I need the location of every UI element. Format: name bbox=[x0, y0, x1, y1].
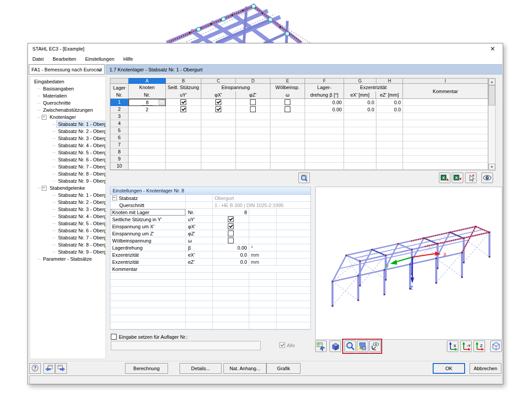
view--y-button[interactable]: -Y bbox=[460, 340, 472, 352]
cell-uy-check[interactable] bbox=[166, 99, 201, 106]
checkbox[interactable] bbox=[228, 231, 234, 236]
cell-ex[interactable] bbox=[344, 141, 376, 149]
scroll-down-icon[interactable]: ▼ bbox=[489, 164, 495, 170]
row-header[interactable]: 1 bbox=[110, 99, 129, 106]
cell-phix-check[interactable] bbox=[201, 127, 236, 134]
checkbox[interactable] bbox=[250, 99, 256, 105]
cell-kommentar[interactable] bbox=[403, 99, 488, 106]
cell-uy-check[interactable] bbox=[166, 113, 201, 120]
cell-omega-check[interactable] bbox=[270, 134, 305, 141]
setting-value[interactable]: 0.0 bbox=[213, 258, 249, 266]
cell-knoten[interactable] bbox=[129, 113, 166, 120]
tree-item[interactable]: Zwischenabstützungen bbox=[30, 106, 106, 113]
checkbox[interactable] bbox=[250, 106, 256, 112]
cell-ex[interactable] bbox=[344, 163, 376, 170]
cell-uy-check[interactable] bbox=[166, 156, 201, 163]
setting-value[interactable] bbox=[213, 216, 249, 223]
cell-beta[interactable] bbox=[305, 134, 344, 141]
cell-ez[interactable]: 0.0 bbox=[376, 99, 403, 106]
setting-value[interactable]: 8 bbox=[213, 209, 249, 216]
tree-item[interactable]: Stabsatz Nr. 8 - Obergurt bbox=[30, 170, 106, 177]
cell-beta[interactable] bbox=[305, 113, 344, 120]
column-letter[interactable]: A bbox=[129, 78, 166, 84]
abbrechen-button[interactable]: Abbrechen bbox=[469, 363, 501, 374]
scrollbar-thumb[interactable] bbox=[489, 85, 495, 106]
view-x-button[interactable]: X bbox=[447, 340, 458, 352]
cell-kommentar[interactable] bbox=[403, 149, 488, 156]
tree-item[interactable]: Eingabedaten bbox=[30, 78, 106, 85]
tree-item[interactable]: Stabsatz Nr. 5 - Obergurt bbox=[30, 149, 106, 156]
cell-phiz-check[interactable] bbox=[236, 134, 270, 141]
help-button[interactable]: ? bbox=[29, 363, 41, 374]
design-case-select[interactable]: FA1 - Bemessung nach Eurocod bbox=[29, 64, 105, 74]
cell-ez[interactable] bbox=[376, 156, 403, 163]
table-scrollbar[interactable]: ▲ ▼ bbox=[488, 78, 496, 171]
checkbox[interactable] bbox=[180, 106, 186, 112]
cell-ez[interactable] bbox=[376, 134, 403, 141]
row-header[interactable]: 9 bbox=[110, 156, 129, 163]
cell-omega-check[interactable] bbox=[270, 99, 305, 106]
row-header[interactable]: 10 bbox=[110, 163, 129, 170]
ok-button[interactable]: OK bbox=[433, 363, 465, 374]
cell-phiz-check[interactable] bbox=[236, 106, 270, 113]
checkbox[interactable] bbox=[228, 238, 234, 243]
solid-view-button[interactable] bbox=[329, 340, 341, 352]
cell-kommentar[interactable] bbox=[403, 141, 488, 149]
cell-kommentar[interactable] bbox=[403, 106, 488, 113]
tree-item[interactable]: Stabsatz Nr. 3 - Obergurt bbox=[30, 206, 106, 213]
cell-phix-check[interactable] bbox=[201, 156, 236, 163]
rotate-view-button[interactable] bbox=[369, 340, 381, 352]
cell-ez[interactable] bbox=[376, 149, 403, 156]
cell-ex[interactable] bbox=[344, 149, 376, 156]
cell-ex[interactable] bbox=[344, 127, 376, 134]
table-search-button[interactable] bbox=[298, 172, 310, 183]
cell-omega-check[interactable] bbox=[270, 127, 305, 134]
cell-phiz-check[interactable] bbox=[236, 156, 270, 163]
cell-ez[interactable]: 0.0 bbox=[376, 106, 403, 113]
cell-kommentar[interactable] bbox=[403, 127, 488, 134]
menu-item[interactable]: Bearbeiten bbox=[48, 55, 81, 63]
cell-kommentar[interactable] bbox=[403, 163, 488, 170]
setting-value[interactable] bbox=[213, 266, 310, 273]
checkbox[interactable] bbox=[285, 99, 290, 105]
previous-module-button[interactable] bbox=[43, 363, 55, 374]
row-header[interactable]: 4 bbox=[110, 120, 129, 127]
alle-checkbox[interactable] bbox=[279, 342, 285, 348]
setting-value[interactable] bbox=[213, 223, 249, 230]
cell-uy-check[interactable] bbox=[166, 141, 201, 149]
row-header[interactable]: 5 bbox=[110, 127, 129, 134]
cell-beta[interactable] bbox=[305, 141, 344, 149]
scroll-up-icon[interactable]: ▲ bbox=[489, 78, 495, 85]
cell-beta[interactable] bbox=[305, 127, 344, 134]
details-button[interactable]: Details... bbox=[180, 363, 222, 374]
checkbox[interactable] bbox=[180, 99, 186, 105]
browse-nodes-button[interactable]: ... bbox=[159, 100, 165, 105]
cell-beta[interactable] bbox=[305, 149, 344, 156]
cell-omega-check[interactable] bbox=[270, 120, 305, 127]
setting-value[interactable] bbox=[213, 237, 249, 244]
pick-nodes-button[interactable] bbox=[465, 172, 477, 183]
setting-value[interactable]: 0.0 bbox=[213, 251, 249, 258]
tree-item[interactable]: Basisangaben bbox=[30, 85, 106, 92]
tree-item[interactable]: Stabsatz Nr. 7 - Obergurt bbox=[30, 234, 106, 241]
tree-item[interactable]: Stabsatz Nr. 6 - Obergurt bbox=[30, 227, 106, 234]
cell-ex[interactable] bbox=[344, 134, 376, 141]
cell-knoten[interactable] bbox=[129, 127, 166, 134]
cell-phix-check[interactable] bbox=[201, 149, 236, 156]
column-letter[interactable]: D bbox=[236, 78, 270, 84]
apply-to-graphic-button[interactable] bbox=[315, 340, 327, 352]
cell-uy-check[interactable] bbox=[166, 163, 201, 170]
tree-item[interactable]: Stabsatz Nr. 7 - Obergurt bbox=[30, 163, 106, 170]
row-header[interactable]: 6 bbox=[110, 134, 129, 141]
excel-export-button[interactable]: X bbox=[452, 172, 463, 183]
nat-anhang-button[interactable]: Nat. Anhang... bbox=[223, 363, 266, 374]
tree-item[interactable]: Stabsatz Nr. 4 - Obergurt bbox=[30, 213, 106, 220]
cell-ez[interactable] bbox=[376, 163, 403, 170]
cell-ex[interactable]: 0.0 bbox=[344, 99, 376, 106]
cell-uy-check[interactable] bbox=[166, 134, 201, 141]
berechnung-button[interactable]: Berechnung bbox=[125, 363, 168, 374]
column-letter[interactable]: H bbox=[376, 78, 403, 84]
column-letter[interactable]: G bbox=[344, 78, 376, 84]
menu-item[interactable]: Einstellungen bbox=[81, 55, 119, 63]
checkbox[interactable] bbox=[285, 106, 290, 112]
